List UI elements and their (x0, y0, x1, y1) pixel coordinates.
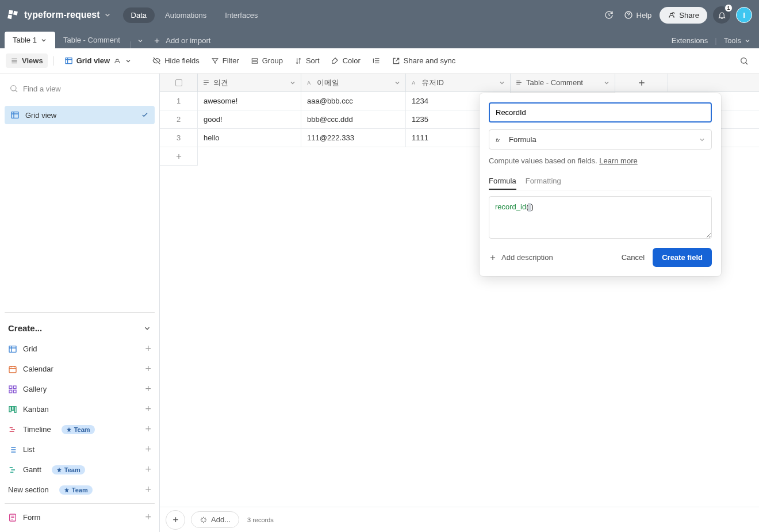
base-name[interactable]: typeform-request (24, 10, 100, 20)
extensions-button[interactable]: Extensions (672, 36, 708, 45)
create-item-timeline[interactable]: Timeline Team + (5, 419, 155, 439)
find-view-placeholder: Find a view (23, 85, 61, 93)
hide-fields-button[interactable]: Hide fields (148, 53, 204, 68)
share-button[interactable]: Share (660, 7, 707, 24)
check-icon (141, 111, 149, 119)
row-number[interactable]: 1 (160, 92, 198, 110)
link-icon (515, 79, 523, 86)
create-header[interactable]: Create... (5, 320, 155, 339)
cell[interactable]: 111@222.333 (301, 129, 406, 147)
create-item-kanban[interactable]: Kanban + (5, 399, 155, 419)
add-import-label: Add or import (166, 36, 210, 45)
plus-icon: + (145, 511, 151, 523)
share-label: Share (679, 11, 699, 20)
tools-button[interactable]: Tools (724, 36, 751, 45)
chevron-down-icon[interactable] (603, 79, 610, 86)
plus-icon (637, 78, 646, 87)
row-number[interactable]: 3 (160, 129, 198, 147)
add-column-button[interactable] (615, 74, 668, 91)
footer-add-button[interactable] (166, 510, 185, 530)
cell[interactable]: bbb@ccc.ddd (301, 110, 406, 128)
text-icon: A (306, 79, 313, 86)
help-label: Help (637, 11, 652, 20)
cell[interactable]: awesome! (198, 92, 301, 110)
form-icon (8, 513, 17, 522)
column-header-1[interactable]: 의견 (198, 74, 301, 91)
chevron-down-icon[interactable] (289, 79, 296, 86)
row-number[interactable]: 2 (160, 110, 198, 128)
svg-text:A: A (307, 80, 310, 86)
field-help-text: Compute values based on fields. Learn mo… (489, 156, 712, 165)
learn-more-link[interactable]: Learn more (599, 156, 637, 165)
app-header: typeform-request Data Automations Interf… (0, 0, 759, 30)
find-view-input[interactable]: Find a view (5, 78, 155, 99)
svg-rect-10 (13, 386, 16, 389)
add-row-button[interactable] (160, 147, 198, 166)
column-header-2[interactable]: A 이메일 (301, 74, 406, 91)
field-type-select[interactable]: fx Formula (489, 129, 712, 150)
svg-rect-8 (9, 366, 16, 373)
svg-rect-7 (9, 346, 16, 352)
current-view-button[interactable]: Grid view (60, 53, 137, 68)
tab-formatting[interactable]: Formatting (526, 173, 561, 190)
avatar[interactable]: I (736, 7, 752, 23)
team-badge: Team (59, 485, 93, 495)
field-type-label: Formula (509, 135, 536, 144)
svg-rect-6 (12, 112, 18, 118)
table-tab-1[interactable]: Table 1 (5, 32, 55, 48)
group-button[interactable]: Group (246, 53, 288, 68)
grid-icon (8, 345, 17, 354)
create-item-calendar[interactable]: Calendar + (5, 359, 155, 379)
chevron-down-icon[interactable] (394, 79, 401, 86)
table-tab-dropdown[interactable] (132, 33, 148, 48)
nav-tab-data[interactable]: Data (123, 7, 155, 23)
row-height-button[interactable] (367, 53, 385, 68)
logo-icon[interactable] (7, 9, 18, 21)
header-left: typeform-request Data Automations Interf… (7, 7, 266, 23)
nav-tab-automations[interactable]: Automations (157, 7, 214, 23)
svg-rect-3 (252, 62, 257, 63)
tab-formula[interactable]: Formula (489, 173, 516, 190)
chevron-down-icon[interactable] (103, 11, 112, 19)
plus-icon: + (145, 343, 151, 355)
chevron-down-icon[interactable] (499, 79, 505, 86)
footer-add-menu[interactable]: Add... (191, 511, 239, 528)
share-sync-button[interactable]: Share and sync (388, 53, 460, 68)
add-or-import-button[interactable]: Add or import (153, 36, 210, 48)
history-icon[interactable] (602, 8, 616, 22)
field-name-input[interactable] (489, 102, 712, 123)
nav-tab-interfaces[interactable]: Interfaces (217, 7, 266, 23)
create-item-gantt[interactable]: Gantt Team + (5, 460, 155, 480)
create-item-form[interactable]: Form + (5, 507, 155, 527)
svg-rect-12 (13, 390, 16, 393)
formula-editor[interactable]: record_id() (489, 196, 712, 239)
search-button[interactable] (735, 53, 753, 68)
create-item-list[interactable]: List + (5, 439, 155, 460)
view-item-label: Grid view (25, 111, 56, 120)
create-item-grid[interactable]: Grid + (5, 339, 155, 359)
sort-button[interactable]: Sort (290, 53, 324, 68)
view-item-grid[interactable]: Grid view (5, 106, 155, 124)
sparkle-icon (200, 516, 208, 524)
views-toggle[interactable]: Views (6, 53, 48, 68)
create-item-new-section[interactable]: New section Team + (5, 480, 155, 500)
cancel-button[interactable]: Cancel (614, 248, 653, 266)
cell[interactable]: good! (198, 110, 301, 128)
cell[interactable]: aaa@bbb.ccc (301, 92, 406, 110)
column-header-4[interactable]: Table - Comment (511, 74, 615, 91)
add-description-button[interactable]: Add description (489, 253, 553, 262)
select-all-header[interactable] (160, 74, 198, 91)
table-tab-1-label: Table 1 (13, 36, 37, 44)
help-button[interactable]: Help (622, 8, 654, 22)
notifications-button[interactable]: 1 (713, 6, 730, 24)
create-field-button[interactable]: Create field (653, 248, 712, 267)
grid-header-row: 의견 A 이메일 A 유저ID Table - Comment (160, 74, 759, 92)
svg-point-5 (11, 86, 16, 91)
color-button[interactable]: Color (327, 53, 365, 68)
table-tab-2[interactable]: Table - Comment (55, 32, 128, 48)
column-header-3[interactable]: A 유저ID (406, 74, 511, 91)
cell[interactable]: hello (198, 129, 301, 147)
filter-button[interactable]: Filter (206, 53, 244, 68)
svg-rect-15 (14, 406, 16, 412)
create-item-gallery[interactable]: Gallery + (5, 379, 155, 399)
